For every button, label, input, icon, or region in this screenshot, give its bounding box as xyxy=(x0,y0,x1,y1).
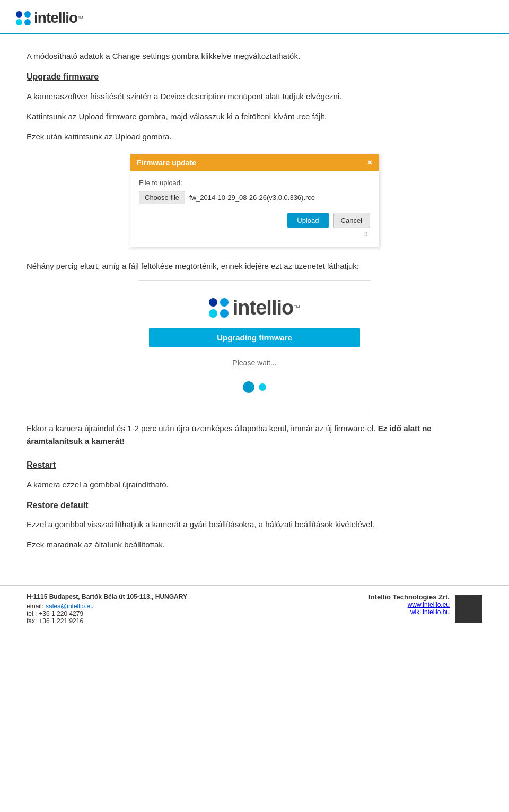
logo-dot-4 xyxy=(24,19,31,25)
upgrading-bar: Upgrading firmware xyxy=(149,328,360,347)
logo-dot-1 xyxy=(16,11,22,18)
inner-dot-3 xyxy=(209,309,217,318)
page-header: intellio ™ xyxy=(0,0,509,34)
dialog-header: Firmware update × xyxy=(130,154,379,171)
restart-text: A kamera ezzel a gombbal újraindítható. xyxy=(27,478,482,491)
inner-logo-text: intellio xyxy=(233,296,293,319)
logo-dots xyxy=(16,11,31,25)
footer-right: Intellio Technologies Zrt. www.intellio.… xyxy=(368,593,482,623)
inner-dot-2 xyxy=(220,298,229,307)
main-content: A módosítható adatok a Change settings g… xyxy=(0,34,509,569)
firmware-dialog: Firmware update × File to upload: Choose… xyxy=(130,154,379,247)
upgrade-p1: A kameraszoftver frissítését szintén a D… xyxy=(27,90,482,103)
footer-tel: +36 1 220 4279 xyxy=(39,610,83,617)
cancel-button[interactable]: Cancel xyxy=(333,213,370,228)
inner-logo-dots xyxy=(209,298,229,318)
loading-dot-big xyxy=(243,381,254,393)
file-name-display: fw_2014-10-29_08-26-26(v3.0.0.336).rce xyxy=(189,194,315,202)
restore-title: Restore default xyxy=(27,499,482,512)
loading-animation xyxy=(149,381,360,393)
dialog-footer: Upload Cancel xyxy=(139,213,370,230)
footer-right-inner: Intellio Technologies Zrt. www.intellio.… xyxy=(368,593,482,623)
fax-label: fax: xyxy=(27,617,37,625)
upgrade-firmware-title: Upgrade firmware xyxy=(27,70,482,84)
footer-email-link[interactable]: sales@intellio.eu xyxy=(46,603,94,610)
intro-paragraph: A módosítható adatok a Change settings g… xyxy=(27,50,482,63)
inner-dot-1 xyxy=(209,298,217,307)
loading-dot-small xyxy=(259,383,266,391)
footer-fax-row: fax: +36 1 221 9216 xyxy=(27,617,187,625)
choose-file-button[interactable]: Choose file xyxy=(139,191,185,204)
email-label: email: xyxy=(27,603,43,610)
restore-p1: Ezzel a gombbal visszaállíthatjuk a kame… xyxy=(27,518,482,531)
file-row: Choose file fw_2014-10-29_08-26-26(v3.0.… xyxy=(139,191,370,204)
wait-text: Néhány percig eltart, amíg a fájl feltöl… xyxy=(27,260,482,273)
please-wait-text: Please wait... xyxy=(149,357,360,369)
footer-website-link[interactable]: www.intellio.eu xyxy=(408,601,450,608)
footer-left: H-1115 Budapest, Bartók Béla út 105-113.… xyxy=(27,593,187,625)
logo-dot-3 xyxy=(16,19,22,25)
footer-fax: +36 1 221 9216 xyxy=(39,617,83,625)
file-upload-label: File to upload: xyxy=(139,179,370,187)
upgrading-box: intellio ™ Upgrading firmware Please wai… xyxy=(138,280,371,409)
logo-tm: ™ xyxy=(77,15,83,21)
firmware-dialog-wrapper: Firmware update × File to upload: Choose… xyxy=(27,154,482,247)
after-upgrade-text: Ekkor a kamera újraindul és 1-2 perc utá… xyxy=(27,424,376,433)
logo: intellio ™ xyxy=(16,10,83,27)
footer-links-col: Intellio Technologies Zrt. www.intellio.… xyxy=(368,593,450,616)
restart-title: Restart xyxy=(27,458,482,472)
footer-email-row: email: sales@intellio.eu xyxy=(27,603,187,610)
inner-dot-4 xyxy=(220,309,229,318)
upgrade-p2: Kattintsunk az Upload firmware gombra, m… xyxy=(27,110,482,123)
resize-handle: ⠿ xyxy=(139,230,370,238)
upload-button[interactable]: Upload xyxy=(287,213,328,228)
inner-logo-tm: ™ xyxy=(293,304,300,312)
footer-wiki-link[interactable]: wiki.intellio.hu xyxy=(410,608,450,616)
qr-code xyxy=(455,595,482,623)
inner-logo: intellio ™ xyxy=(149,296,360,319)
after-upgrade-p1: Ekkor a kamera újraindul és 1-2 perc utá… xyxy=(27,422,482,448)
upgrade-p3: Ezek után kattintsunk az Upload gombra. xyxy=(27,130,482,143)
dialog-title: Firmware update xyxy=(137,159,196,167)
restore-p2: Ezek maradnak az általunk beállítottak. xyxy=(27,538,482,551)
logo-text: intellio xyxy=(34,10,77,27)
logo-dot-2 xyxy=(24,11,31,18)
footer-address: H-1115 Budapest, Bartók Béla út 105-113.… xyxy=(27,593,187,600)
footer-company-name: Intellio Technologies Zrt. xyxy=(368,593,450,601)
footer-tel-row: tel.: +36 1 220 4279 xyxy=(27,610,187,617)
page-footer: H-1115 Budapest, Bartók Béla út 105-113.… xyxy=(0,585,509,632)
tel-label: tel.: xyxy=(27,610,37,617)
dialog-body: File to upload: Choose file fw_2014-10-2… xyxy=(130,171,379,247)
dialog-close-icon[interactable]: × xyxy=(367,158,372,168)
upgrading-wrapper: intellio ™ Upgrading firmware Please wai… xyxy=(27,280,482,409)
